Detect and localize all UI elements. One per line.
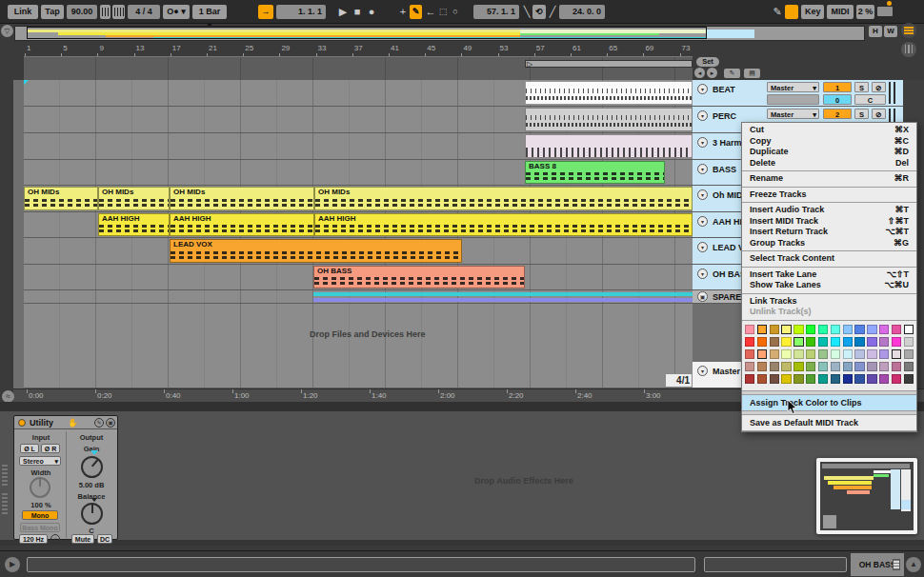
capture-midi-button[interactable]: ⬚ (437, 4, 449, 19)
track-lane-spare[interactable] (24, 290, 693, 304)
color-swatch[interactable] (793, 337, 803, 348)
balance-knob[interactable] (81, 503, 103, 525)
color-swatch[interactable] (757, 362, 767, 372)
color-swatch[interactable] (831, 362, 840, 372)
color-swatch[interactable] (854, 362, 864, 372)
punch-out-icon[interactable]: ╱ (548, 4, 557, 19)
device-view-grip[interactable] (2, 493, 8, 514)
overview-selection-box[interactable] (27, 27, 707, 39)
gain-knob[interactable] (81, 456, 103, 478)
pan-field[interactable]: C (854, 94, 886, 105)
loop-length-field[interactable]: 24. 0. 0 (559, 5, 605, 19)
color-swatch[interactable] (793, 349, 803, 360)
menu-item-delete[interactable]: DeleteDel (742, 158, 916, 169)
cue-button[interactable]: ⊘ (872, 109, 886, 119)
color-swatch[interactable] (879, 362, 889, 372)
menu-item-copy[interactable]: Copy⌘C (742, 136, 916, 148)
color-swatch[interactable] (781, 362, 791, 372)
menu-item-cut[interactable]: Cut⌘X (742, 125, 916, 136)
optimize-width-button[interactable]: W (884, 26, 897, 37)
color-swatch[interactable] (770, 325, 779, 335)
stop-icon[interactable]: ▣ (697, 291, 708, 302)
color-swatch[interactable] (831, 374, 840, 385)
clip[interactable]: OH MIDs (24, 187, 98, 210)
computer-midi-keyboard-button[interactable] (785, 5, 798, 19)
unfold-track-icon[interactable]: ▾ (697, 137, 708, 148)
selected-clip-chip[interactable]: OH BASS (851, 553, 904, 576)
menu-item-insert-midi-track[interactable]: Insert MIDI Track⇧⌘T (742, 216, 916, 228)
color-swatch[interactable] (806, 337, 815, 348)
color-swatch[interactable] (879, 374, 889, 385)
automation-arm-button[interactable]: ✎ (410, 5, 422, 19)
color-swatch[interactable] (818, 325, 828, 335)
lock-envelopes-button[interactable]: ▤ (744, 69, 760, 78)
phase-right-button[interactable]: Ø R (41, 444, 60, 453)
arrangement-lanes[interactable]: BASS 8OH MIDsOH MIDsOH MIDsOH MIDsAAH HI… (24, 80, 693, 388)
color-swatch[interactable] (745, 362, 754, 372)
device-view-grip[interactable] (2, 465, 8, 486)
track-activator-button[interactable]: 1 (823, 82, 852, 92)
channel-mode-select[interactable]: Stereo▾ (19, 456, 61, 466)
menu-item-unlink-track-s-[interactable]: Unlink Track(s) (742, 307, 916, 318)
color-swatch[interactable] (770, 337, 779, 348)
cpu-load-menu[interactable]: 2 % (856, 5, 874, 19)
color-swatch[interactable] (745, 374, 754, 385)
fold-arrangement-icon[interactable]: ▽ (1, 25, 13, 37)
color-swatch[interactable] (757, 374, 767, 385)
color-swatch[interactable] (745, 325, 754, 335)
track-lane-3-harmo[interactable] (24, 133, 693, 160)
color-swatch[interactable] (770, 362, 779, 372)
mute-button[interactable]: Mute (71, 534, 94, 544)
key-map-button[interactable]: Key (801, 5, 824, 19)
loop-button[interactable]: ⟲ (532, 5, 546, 19)
output-routing-select[interactable]: Master▾ (767, 82, 819, 92)
width-knob[interactable] (30, 477, 50, 498)
link-button[interactable]: Link (8, 5, 38, 19)
color-swatch[interactable] (867, 362, 876, 372)
color-swatch[interactable] (843, 325, 853, 335)
midi-map-button[interactable]: MIDI (827, 5, 854, 19)
menu-item-duplicate[interactable]: Duplicate⌘D (742, 147, 916, 158)
solo-button[interactable]: S (854, 109, 869, 119)
color-swatch[interactable] (879, 325, 889, 335)
time-signature-display[interactable]: 4/1 (665, 373, 693, 388)
loop-start-field[interactable]: 57. 1. 1 (473, 5, 519, 19)
clip[interactable]: OH MIDs (170, 187, 314, 210)
track-lane-oh-mids[interactable]: OH MIDsOH MIDsOH MIDsOH MIDs (24, 186, 693, 212)
color-swatch[interactable] (757, 325, 767, 335)
color-swatch[interactable] (904, 337, 914, 348)
output-routing-select[interactable]: Master▾ (767, 109, 819, 119)
color-swatch[interactable] (854, 337, 864, 348)
track-header-beat[interactable]: ▾BEATMaster▾1S⊘0C (693, 80, 903, 107)
menu-item-assign-track-color-to-clips[interactable]: Assign Track Color to Clips (742, 395, 916, 411)
color-swatch[interactable] (867, 349, 876, 360)
draw-mode-icon[interactable]: ✎ (772, 4, 783, 19)
color-swatch[interactable] (892, 325, 901, 335)
menu-item-rename[interactable]: Rename⌘R (742, 173, 916, 185)
dc-button[interactable]: DC (97, 534, 112, 544)
clip[interactable]: AAH HIGH (314, 213, 693, 236)
preview-play-icon[interactable]: ▶ (5, 557, 20, 572)
color-swatch[interactable] (806, 362, 815, 372)
beat-time-ruler[interactable]: 15913172125293337414549535761656973 (24, 43, 693, 56)
color-swatch[interactable] (904, 362, 914, 372)
overdub-plus-button[interactable]: + (397, 4, 409, 19)
quantize-menu[interactable]: 1 Bar ▾ (192, 5, 227, 19)
color-swatch[interactable] (867, 325, 876, 335)
prev-locator-button[interactable]: ◂ (694, 68, 705, 78)
color-swatch[interactable] (892, 349, 901, 360)
color-swatch[interactable] (757, 349, 767, 360)
color-swatch[interactable] (757, 337, 767, 348)
color-swatch[interactable] (892, 362, 901, 372)
color-swatch[interactable] (745, 349, 754, 360)
color-swatch[interactable] (781, 374, 791, 385)
mono-button[interactable]: Mono (22, 510, 58, 520)
unfold-track-icon[interactable]: ▾ (697, 242, 708, 252)
track-lane-beat[interactable] (24, 80, 693, 107)
color-swatch[interactable] (806, 374, 815, 385)
device-title-bar[interactable]: Utility ✋ ✎ ▣ (14, 416, 117, 429)
color-swatch[interactable] (879, 337, 889, 348)
optimize-height-button[interactable]: H (869, 26, 882, 37)
metronome-b-icon[interactable] (112, 5, 125, 19)
track-lane-master[interactable] (24, 362, 693, 388)
